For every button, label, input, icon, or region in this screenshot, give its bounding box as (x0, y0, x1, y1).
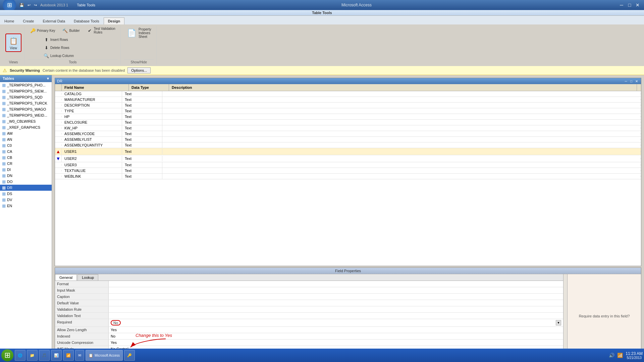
fp-row-caption[interactable]: Caption (55, 294, 563, 300)
minimize-button[interactable]: ─ (618, 1, 625, 9)
taskbar-app-key[interactable]: 🔑 (124, 350, 135, 361)
sidebar-item-c0[interactable]: ▦ C0 (0, 142, 52, 148)
fp-row-validationtext[interactable]: Validation Text (55, 313, 563, 319)
primary-key-button[interactable]: 🔑 Primary Key (28, 27, 57, 34)
sidebar-item-termprops-pho[interactable]: ▦ _TERMPROPS_PHO... (0, 82, 52, 88)
taskbar-app-access[interactable]: 📋 Microsoft Access (86, 350, 123, 361)
fp-value-format[interactable] (109, 281, 563, 287)
sidebar-item-am[interactable]: ▦ AM (0, 130, 52, 136)
tray-network-icon[interactable]: 🔊 (609, 353, 614, 358)
sidebar-item-termprops-siem[interactable]: ▦ _TERMPROPS_SIEM... (0, 88, 52, 94)
view-button[interactable]: 📋 View (5, 34, 21, 52)
maximize-button[interactable]: □ (626, 1, 633, 9)
sidebar-item-en[interactable]: ▦ EN (0, 203, 52, 209)
table-row[interactable]: HP Text (55, 114, 641, 120)
sidebar-item-termprops-sqd[interactable]: ▦ _TERMPROPS_SQD (0, 94, 52, 100)
sidebar-item-do[interactable]: ▦ DO (0, 179, 52, 185)
sidebar-collapse-icon[interactable]: ▾ (47, 76, 49, 81)
table-row[interactable]: TYPE Text (55, 108, 641, 114)
table-row[interactable]: CATALOG Text (55, 91, 641, 97)
fp-row-validationrule[interactable]: Validation Rule (55, 306, 563, 313)
sidebar-item-di[interactable]: ▦ DI (0, 167, 52, 173)
fp-tab-lookup[interactable]: Lookup (77, 274, 98, 281)
taskbar-app-media[interactable]: 🎵 (39, 350, 50, 361)
fp-row-indexed[interactable]: Indexed No (55, 333, 563, 340)
sidebar-item-xref-graphics[interactable]: ▦ _XREF_GRAPHICS (0, 124, 52, 130)
tab-database-tools[interactable]: Database Tools (69, 17, 104, 24)
taskbar-clock[interactable]: 11:23 AM 5/21/2013 (626, 351, 643, 360)
view-label: View (10, 46, 17, 50)
tab-design[interactable]: Design (104, 17, 125, 24)
taskbar-app-explorer[interactable]: 📁 (27, 350, 38, 361)
fp-row-defaultvalue[interactable]: Default Value (55, 300, 563, 306)
insert-rows-button[interactable]: ⬆ Insert Rows (41, 36, 70, 43)
required-dropdown-btn[interactable]: ▼ (556, 320, 561, 325)
fp-value-required[interactable]: No ▼ (109, 319, 563, 326)
tab-create[interactable]: Create (18, 17, 38, 24)
table-row[interactable]: ASSEMBLYLIST Text (55, 137, 641, 142)
sidebar-item-termprops-weid[interactable]: ▦ _TERMPROPS_WEID... (0, 112, 52, 118)
fp-row-format[interactable]: Format (55, 281, 563, 287)
delete-rows-button[interactable]: ⬇ Delete Rows (41, 44, 72, 51)
sidebar-item-ca[interactable]: ▦ CA (0, 148, 52, 155)
fp-value-defaultvalue[interactable] (109, 300, 563, 306)
fp-row-unicodecompression[interactable]: Unicode Compression Yes (55, 340, 563, 346)
fp-row-allowzerolength[interactable]: Allow Zero Length Yes (55, 327, 563, 333)
undo-quick-btn[interactable]: ↩ (26, 2, 32, 8)
taskbar-access-icon: 📋 (89, 353, 93, 358)
sidebar-label-1: _TERMPROPS_SIEM... (7, 89, 47, 93)
table-row[interactable]: TEXTVALUE Text (55, 168, 641, 174)
table-row[interactable]: ▼ USER2 Text (55, 155, 641, 162)
sidebar-header: Tables ▾ (0, 75, 52, 82)
sidebar-item-dr[interactable]: ▦ DR (0, 185, 52, 191)
sidebar-item-dn[interactable]: ▦ DN (0, 173, 52, 179)
redo-quick-btn[interactable]: ↪ (33, 2, 38, 8)
table-row[interactable]: ASSEMBLYQUANTITY Text (55, 142, 641, 148)
close-button[interactable]: ✕ (634, 1, 641, 9)
fp-value-validationtext[interactable] (109, 313, 563, 319)
sidebar-item-ds[interactable]: ▦ DS (0, 191, 52, 197)
tw-close-btn[interactable]: ✕ (634, 79, 639, 83)
taskbar-app-ie[interactable]: 🌐 (15, 350, 25, 361)
start-button[interactable]: ⊞ (1, 349, 13, 361)
fp-scrollbar[interactable] (563, 274, 567, 358)
table-row[interactable]: MANUFACTURER Text (55, 97, 641, 103)
table-row[interactable]: ASSEMBLYCODE Text (55, 131, 641, 137)
options-button[interactable]: Options... (127, 67, 151, 73)
fp-row-inputmask[interactable]: Input Mask (55, 287, 563, 294)
taskbar-app-mail[interactable]: ✉ (75, 350, 84, 361)
sidebar-item-an[interactable]: ▦ AN (0, 136, 52, 142)
taskbar-app-wifi[interactable]: 📶 (63, 350, 74, 361)
table-row[interactable]: ENCLOSURE Text (55, 120, 641, 125)
tw-minimize-btn[interactable]: ─ (624, 79, 628, 83)
builder-button[interactable]: 🔨 Builder (60, 27, 82, 34)
sidebar-item-cr[interactable]: ▦ CR (0, 161, 52, 167)
table-row[interactable]: WEBLINK Text (55, 174, 641, 179)
sidebar: Tables ▾ ▦ _TERMPROPS_PHO... ▦ _TERMPROP… (0, 75, 52, 361)
property-sheet-button[interactable]: 📄 Property Indexes Sheet (124, 26, 154, 40)
sidebar-item-cb[interactable]: ▦ CB (0, 155, 52, 161)
sidebar-item-termprops-turck[interactable]: ▦ _TERMPROPS_TURCK (0, 100, 52, 106)
table-row[interactable]: KW_HP Text (55, 125, 641, 131)
table-row[interactable]: DESCRIPTION Text (55, 103, 641, 108)
lookup-column-button[interactable]: 🔍 Lookup Column (41, 52, 76, 59)
save-quick-btn[interactable]: 💾 (18, 2, 25, 8)
taskbar-app-chart[interactable]: 📊 (51, 350, 62, 361)
tray-volume-icon[interactable]: 📶 (617, 353, 623, 358)
table-row[interactable]: USER3 Text (55, 162, 641, 168)
fp-value-caption[interactable] (109, 294, 563, 300)
fp-value-inputmask[interactable] (109, 287, 563, 293)
table-row[interactable]: ▲ USER1 Text (55, 148, 641, 155)
sidebar-item-w0-cblwires[interactable]: ▦ _W0_CBLWIRES (0, 118, 52, 124)
tab-home[interactable]: Home (0, 17, 18, 24)
fp-tab-general[interactable]: General (55, 274, 77, 281)
fp-row-required[interactable]: Required No ▼ (55, 319, 563, 327)
row-type-10: Text (122, 149, 162, 154)
sidebar-item-dv[interactable]: ▦ DV (0, 197, 52, 203)
row-field-13: TEXTVALUE (62, 168, 122, 173)
sidebar-item-termprops-wago[interactable]: ▦ _TERMPROPS_WAGO (0, 106, 52, 112)
tw-maximize-btn[interactable]: □ (629, 79, 634, 83)
fp-value-validationrule[interactable] (109, 306, 563, 312)
test-validation-button[interactable]: ✔ Test ValidationRules (85, 26, 118, 35)
tab-external-data[interactable]: External Data (38, 17, 69, 24)
